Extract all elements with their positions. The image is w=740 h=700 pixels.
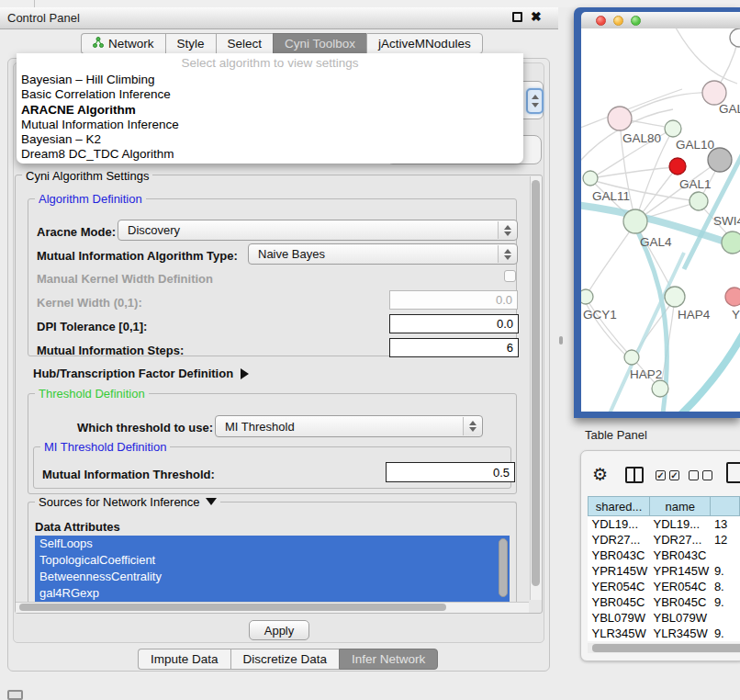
network-node[interactable]: [665, 287, 685, 307]
hub-definition-expander[interactable]: Hub/Transcription Factor Definition: [33, 367, 249, 380]
algorithm-dropdown-list: Bayesian – Hill ClimbingBasic Correlatio…: [21, 73, 519, 163]
network-canvas[interactable]: GALGAL80GAL10GAL1GAL11SWI4GAL4GCY1HAP4YH…: [581, 28, 740, 412]
focused-combo-stepper[interactable]: [526, 88, 544, 114]
data-attributes-list[interactable]: SelfLoopsTopologicalCoefficientBetweenne…: [35, 536, 510, 603]
attributes-list-scrollbar[interactable]: [499, 538, 508, 597]
mi-type-label: Mutual Information Algorithm Type:: [37, 249, 238, 263]
dropdown-item[interactable]: Dream8 DC_TDC Algorithm: [21, 147, 519, 162]
close-traffic-light[interactable]: [596, 16, 606, 26]
network-node[interactable]: [669, 158, 686, 175]
checked-checkbox-icon[interactable]: ✓: [669, 470, 679, 480]
table-cell: 9.: [711, 594, 740, 610]
manual-kernel-label: Manual Kernel Width Definition: [37, 272, 213, 286]
network-node[interactable]: [730, 28, 740, 47]
network-node[interactable]: [624, 350, 639, 365]
minimize-traffic-light[interactable]: [613, 16, 623, 26]
network-node[interactable]: [608, 107, 632, 130]
attribute-item[interactable]: gal4RGexp: [35, 585, 510, 602]
table-header-cell[interactable]: name: [650, 497, 711, 516]
dropdown-item[interactable]: Bayesian – K2: [21, 132, 519, 147]
tab-network[interactable]: Network: [81, 33, 165, 54]
network-node[interactable]: [722, 231, 740, 254]
tab-discretize-data[interactable]: Discretize Data: [230, 649, 340, 670]
table-row[interactable]: YBL079WYBL079W: [589, 610, 740, 626]
dropdown-item[interactable]: ARACNE Algorithm: [21, 103, 519, 118]
table-row[interactable]: YER054CYER054C8.: [589, 579, 740, 594]
table-cell: YDR27...: [650, 532, 711, 548]
table-cell: [711, 610, 740, 626]
which-threshold-value: MI Threshold: [225, 420, 295, 434]
attribute-item[interactable]: BetweennessCentrality: [35, 569, 510, 585]
tab-discretize-data-label: Discretize Data: [243, 652, 328, 666]
zoom-traffic-light[interactable]: [631, 16, 641, 26]
table-horizontal-scrollbar-thumb[interactable]: [592, 644, 740, 652]
network-window-titlebar[interactable]: [581, 12, 740, 28]
top-divider-tick: [34, 0, 35, 7]
tab-cyni-toolbox[interactable]: Cyni Toolbox: [273, 33, 366, 54]
table-row[interactable]: YIL052CYIL052C9.: [589, 641, 740, 642]
table-cell: YBR045C: [589, 594, 650, 610]
stepper-arrows-icon: [498, 221, 516, 239]
minimized-panel-icon[interactable]: [7, 690, 23, 700]
dpi-tolerance-field[interactable]: 0.0: [389, 314, 519, 333]
close-icon[interactable]: ✖: [531, 9, 542, 24]
aracne-mode-select[interactable]: Discovery: [118, 220, 518, 241]
tab-select[interactable]: Select: [216, 33, 274, 54]
network-view-window[interactable]: GALGAL80GAL10GAL1GAL11SWI4GAL4GCY1HAP4YH…: [574, 7, 740, 418]
float-window-icon[interactable]: [512, 12, 522, 22]
network-node[interactable]: [652, 380, 668, 397]
dropdown-item[interactable]: Mutual Information Inference: [21, 118, 519, 132]
network-node[interactable]: [690, 192, 708, 210]
tab-impute-data[interactable]: Impute Data: [138, 649, 230, 670]
gear-icon[interactable]: ⚙: [592, 464, 608, 485]
tab-style[interactable]: Style: [165, 33, 216, 54]
attribute-item[interactable]: SelfLoops: [35, 536, 510, 552]
table-header-cell[interactable]: [711, 497, 740, 516]
table-row[interactable]: YBR043CYBR043C: [589, 548, 740, 563]
sources-collapse-toggle[interactable]: Sources for Network Inference: [35, 495, 220, 509]
kernel-width-field[interactable]: 0.0: [389, 290, 518, 310]
network-node[interactable]: [725, 288, 740, 306]
manual-kernel-checkbox[interactable]: [504, 270, 516, 282]
table-header-cell[interactable]: shared...: [589, 497, 650, 516]
data-attributes-label: Data Attributes: [35, 520, 120, 534]
table-row[interactable]: YLR345WYLR345W9.: [589, 626, 740, 641]
network-node[interactable]: [665, 120, 681, 137]
unchecked-checkbox-icon[interactable]: [702, 470, 712, 480]
table-row[interactable]: YBR045CYBR045C9.: [589, 594, 740, 610]
tabbar: Network Style Select Cyni Toolbox jActiv…: [81, 33, 483, 54]
mi-type-select[interactable]: Naive Bayes: [248, 243, 518, 265]
network-node[interactable]: [623, 209, 647, 233]
which-threshold-select[interactable]: MI Threshold: [215, 415, 483, 437]
tab-jactivemnodules[interactable]: jActiveMNodules: [366, 33, 483, 54]
network-node[interactable]: [583, 171, 598, 186]
table-cell: YER054C: [589, 579, 650, 594]
unchecked-checkbox-icon[interactable]: [689, 470, 699, 480]
table-cell: YBR043C: [650, 548, 711, 563]
table-cell: 8.: [711, 579, 740, 594]
apply-button[interactable]: Apply: [249, 620, 309, 640]
table-cell: YBL079W: [650, 610, 711, 626]
table-row[interactable]: YDR27...YDR27...12: [589, 532, 740, 548]
table-cell: YPR145W: [589, 563, 650, 579]
settings-horizontal-scrollbar-thumb[interactable]: [19, 604, 446, 611]
dropdown-item[interactable]: Basic Correlation Inference: [21, 87, 519, 102]
splitter-handle[interactable]: [559, 336, 563, 344]
attribute-item[interactable]: TopologicalCoefficient: [35, 552, 510, 569]
top-strip: [0, 0, 740, 7]
document-icon[interactable]: [726, 462, 740, 483]
columns-icon[interactable]: [625, 467, 644, 483]
mi-steps-field[interactable]: 6: [389, 338, 519, 357]
checked-checkbox-icon[interactable]: ✓: [656, 470, 666, 480]
settings-vertical-scrollbar-thumb[interactable]: [532, 180, 540, 586]
tab-infer-network[interactable]: Infer Network: [339, 649, 438, 670]
dropdown-item[interactable]: Bayesian – Hill Climbing: [21, 73, 519, 87]
table-cell: 9.: [711, 563, 740, 579]
table-row[interactable]: YDL19...YDL19...13: [589, 516, 740, 532]
mi-threshold-field[interactable]: 0.5: [386, 462, 515, 482]
table-row[interactable]: YPR145WYPR145W9.: [589, 563, 740, 579]
network-node[interactable]: [581, 289, 593, 304]
algorithm-dropdown: Select algorithm to view settings Bayesi…: [17, 53, 523, 164]
control-panel-title: Control Panel: [7, 11, 80, 25]
stepper-arrows-icon: [498, 245, 516, 263]
